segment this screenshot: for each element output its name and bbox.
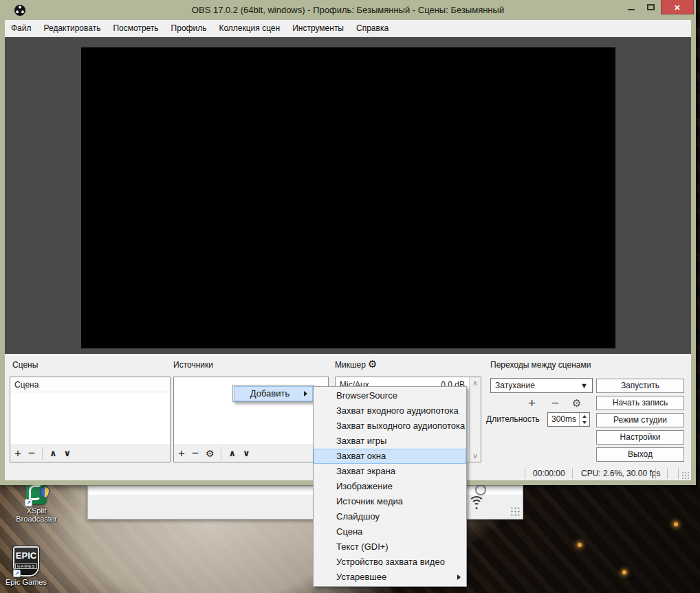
mixer-scrollbar[interactable]: ∧ ∨ bbox=[469, 377, 481, 462]
move-source-up-button[interactable]: ∧ bbox=[228, 447, 236, 460]
spinner-up-button[interactable] bbox=[580, 413, 589, 420]
duration-label: Длительность bbox=[486, 414, 540, 424]
add-transition-button[interactable]: + bbox=[528, 396, 536, 411]
xsplit-icon: ↗ bbox=[26, 482, 47, 504]
scenes-panel-label: Сцены bbox=[12, 360, 38, 370]
remove-transition-button[interactable]: − bbox=[551, 396, 559, 411]
transition-select[interactable]: Затухание ▼ bbox=[490, 378, 593, 393]
shortcut-arrow-icon: ↗ bbox=[13, 570, 21, 577]
city-light bbox=[622, 570, 626, 574]
sources-toolbar: + − ⚙ ∧ ∨ bbox=[174, 445, 328, 462]
move-scene-down-button[interactable]: ∨ bbox=[63, 447, 71, 460]
transition-selected-value: Затухание bbox=[495, 381, 535, 390]
desktop-icon-label: Epic Games bbox=[6, 578, 47, 586]
transition-properties-gear-icon[interactable]: ⚙ bbox=[572, 397, 581, 410]
mixer-settings-gear-icon[interactable]: ⚙ bbox=[368, 358, 377, 370]
submenu-item-slideshow[interactable]: Слайдшоу bbox=[314, 509, 466, 524]
minimize-button[interactable] bbox=[621, 0, 641, 14]
close-button[interactable]: × bbox=[661, 0, 694, 14]
submenu-item-audio-input-capture[interactable]: Захват входного аудиопотока bbox=[314, 403, 466, 418]
submenu-item-video-capture-device[interactable]: Устройство захвата видео bbox=[314, 555, 466, 570]
scenes-list[interactable]: Сцена + − ∧ ∨ bbox=[10, 377, 171, 462]
submenu-item-browsersource[interactable]: BrowserSource bbox=[314, 388, 466, 403]
move-source-down-button[interactable]: ∨ bbox=[243, 447, 250, 460]
epic-games-icon: EPIC GAMES ↗ bbox=[13, 546, 39, 577]
resize-grip[interactable] bbox=[681, 471, 689, 479]
add-source-button[interactable]: + bbox=[178, 447, 185, 460]
duration-spinner[interactable]: 300ms bbox=[547, 412, 590, 427]
menu-bar: Файл Редактировать Посмотреть Профиль Ко… bbox=[5, 20, 691, 37]
stream-time: 00:00:00 bbox=[533, 469, 565, 478]
scroll-up-icon[interactable]: ∧ bbox=[470, 379, 481, 388]
statusbar-separator bbox=[678, 469, 679, 479]
menu-profile[interactable]: Профиль bbox=[165, 20, 213, 37]
remove-source-button[interactable]: − bbox=[192, 447, 199, 460]
statusbar-separator bbox=[667, 469, 668, 479]
submenu-item-media-source[interactable]: Источник медиа bbox=[314, 494, 466, 509]
context-menu-add-item[interactable]: Добавить bbox=[234, 386, 313, 401]
submenu-item-image[interactable]: Изображение bbox=[314, 479, 466, 494]
menu-tools[interactable]: Инструменты bbox=[286, 20, 350, 37]
toolbar-separator bbox=[221, 447, 221, 460]
city-light bbox=[578, 543, 582, 547]
add-source-submenu: BrowserSource Захват входного аудиопоток… bbox=[313, 386, 467, 587]
add-scene-button[interactable]: + bbox=[14, 447, 21, 460]
settings-button[interactable]: Настройки bbox=[596, 430, 684, 445]
maximize-button[interactable] bbox=[641, 0, 661, 14]
preview-canvas[interactable] bbox=[81, 47, 615, 348]
shortcut-arrow-icon: ↗ bbox=[25, 499, 32, 506]
desktop-icon-xsplit[interactable]: ↗ XSplit Broadcaster bbox=[12, 482, 61, 523]
city-light bbox=[674, 522, 678, 526]
mixer-panel-label: Микшер bbox=[335, 360, 366, 370]
scenes-toolbar: + − ∧ ∨ bbox=[10, 445, 170, 462]
transitions-panel-label: Переходы между сценами bbox=[490, 360, 591, 370]
start-recording-button[interactable]: Начать запись bbox=[596, 396, 684, 410]
scene-list-item[interactable]: Сцена bbox=[10, 377, 170, 392]
desktop-icon-epic-games[interactable]: EPIC GAMES ↗ Epic Games bbox=[6, 546, 47, 586]
duration-value: 300ms bbox=[551, 414, 576, 424]
scroll-down-icon[interactable]: ∨ bbox=[470, 451, 481, 460]
desktop-icon-label: XSplit Broadcaster bbox=[12, 506, 61, 523]
menu-file[interactable]: Файл bbox=[5, 20, 38, 37]
statusbar-separator bbox=[572, 469, 573, 479]
submenu-item-game-capture[interactable]: Захват игры bbox=[314, 434, 466, 449]
sources-panel-label: Источники bbox=[173, 360, 213, 370]
menu-help[interactable]: Справка bbox=[350, 20, 395, 37]
menu-edit[interactable]: Редактировать bbox=[38, 20, 107, 37]
submenu-item-display-capture[interactable]: Захват экрана bbox=[314, 464, 466, 479]
toolbar-separator bbox=[42, 447, 43, 460]
preview-area bbox=[5, 37, 691, 354]
submenu-item-text-gdi[interactable]: Текст (GDI+) bbox=[314, 539, 466, 555]
cpu-fps-status: CPU: 2.6%, 30.00 fps bbox=[581, 469, 660, 478]
exit-button[interactable]: Выход bbox=[596, 447, 684, 462]
menu-scene-collection[interactable]: Коллекция сцен bbox=[212, 20, 286, 37]
source-properties-gear-icon[interactable]: ⚙ bbox=[206, 447, 215, 460]
remove-scene-button[interactable]: − bbox=[28, 447, 35, 460]
move-scene-up-button[interactable]: ∧ bbox=[50, 447, 57, 460]
wifi-icon[interactable] bbox=[468, 496, 485, 511]
statusbar-separator bbox=[655, 469, 656, 479]
window-title: OBS 17.0.2 (64bit, windows) - Профиль: Б… bbox=[0, 5, 696, 15]
menu-view[interactable]: Посмотреть bbox=[107, 20, 164, 37]
sources-context-menu: Добавить bbox=[232, 385, 314, 402]
submenu-item-audio-output-capture[interactable]: Захват выходного аудиопотока bbox=[314, 418, 466, 434]
submenu-item-scene[interactable]: Сцена bbox=[314, 524, 466, 539]
submenu-arrow-icon bbox=[457, 574, 461, 580]
spinner-down-button[interactable] bbox=[580, 420, 589, 427]
resize-grip[interactable] bbox=[510, 506, 520, 516]
submenu-item-deprecated[interactable]: Устаревшее bbox=[314, 570, 466, 585]
titlebar[interactable]: OBS 17.0.2 (64bit, windows) - Профиль: Б… bbox=[0, 0, 696, 20]
shield-icon bbox=[40, 486, 50, 498]
submenu-arrow-icon bbox=[304, 391, 307, 396]
studio-mode-button[interactable]: Режим студии bbox=[596, 413, 684, 427]
sync-icon bbox=[475, 484, 486, 495]
submenu-item-window-capture[interactable]: Захват окна bbox=[314, 449, 466, 464]
chevron-down-icon: ▼ bbox=[580, 379, 588, 392]
statusbar-separator bbox=[525, 469, 525, 479]
start-streaming-button[interactable]: Запустить трансляцию bbox=[596, 379, 684, 393]
